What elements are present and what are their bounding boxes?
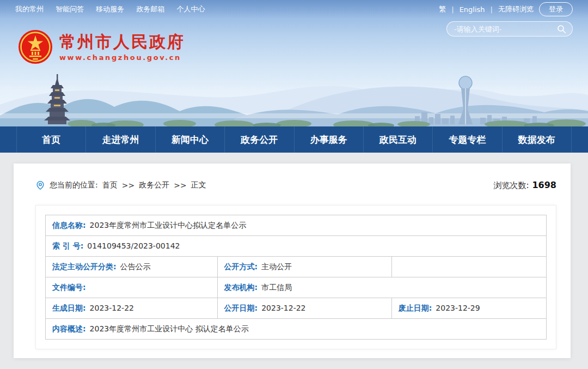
- table-row: 文件编号: 发布机构:市工信局: [46, 277, 547, 298]
- divider: |: [451, 5, 454, 14]
- banner-illustration: [0, 62, 588, 126]
- info-table-wrapper: 信息名称:2023年度常州市工业设计中心拟认定名单公示 索 引 号:014109…: [35, 205, 556, 349]
- divider: |: [491, 5, 493, 14]
- site-header: 我的常州 智能问答 移动服务 政务邮箱 个人中心 繁 | English | 无…: [0, 0, 588, 126]
- cell-classification: 法定主动公开分类:公告公示: [46, 257, 218, 277]
- breadcrumb-separator: >>: [122, 181, 134, 190]
- topbar-left-links: 我的常州 智能问答 移动服务 政务邮箱 个人中心: [15, 4, 215, 14]
- info-table: 信息名称:2023年度常州市工业设计中心拟认定名单公示 索 引 号:014109…: [45, 215, 547, 340]
- cell-create-date: 生成日期:2023-12-22: [46, 298, 218, 319]
- login-button[interactable]: 登录: [539, 2, 573, 16]
- cell-publish-date: 公开日期:2023-12-22: [217, 298, 391, 319]
- cell-expiry-date: 废止日期:2023-12-29: [391, 298, 546, 319]
- nav-interaction[interactable]: 政民互动: [363, 126, 432, 153]
- topbar: 我的常州 智能问答 移动服务 政务邮箱 个人中心 繁 | English | 无…: [0, 0, 588, 19]
- cell-info-name: 信息名称:2023年度常州市工业设计中心拟认定名单公示: [46, 215, 547, 236]
- view-count: 1698: [532, 180, 556, 190]
- breadcrumb-home[interactable]: 首页: [102, 180, 118, 190]
- topbar-link-personal-center[interactable]: 个人中心: [177, 5, 205, 13]
- cell-empty: [391, 257, 546, 277]
- cell-open-method: 公开方式:主动公开: [217, 257, 391, 277]
- topbar-link-gov-mail[interactable]: 政务邮箱: [136, 5, 164, 13]
- national-emblem-icon: [18, 29, 53, 64]
- page-content: 您当前的位置: 首页 >> 政务公开 >> 正文 浏览次数:1698 信息名称:…: [0, 153, 588, 358]
- table-row: 内容概述:2023年度常州市工业设计中心 拟认定名单公示: [46, 319, 547, 340]
- location-pin-icon: [35, 180, 45, 190]
- cell-summary: 内容概述:2023年度常州市工业设计中心 拟认定名单公示: [46, 319, 547, 340]
- view-counter-label: 浏览次数:: [493, 180, 529, 190]
- nav-gov-info[interactable]: 政务公开: [224, 126, 293, 153]
- site-title: 常州市人民政府: [59, 33, 185, 51]
- nav-about-changzhou[interactable]: 走进常州: [85, 126, 155, 153]
- topbar-link-my-changzhou[interactable]: 我的常州: [15, 5, 44, 13]
- breadcrumb-current: 正文: [191, 180, 206, 190]
- cell-file-number: 文件编号:: [46, 277, 218, 298]
- accessibility-link[interactable]: 无障碍浏览: [498, 4, 534, 14]
- search-icon[interactable]: [557, 25, 566, 34]
- lang-traditional-link[interactable]: 繁: [439, 4, 446, 14]
- main-navigation: 首页 走进常州 新闻中心 政务公开 办事服务 政民互动 专题专栏 数据发布: [0, 126, 588, 153]
- nav-services[interactable]: 办事服务: [294, 126, 363, 153]
- logo-text: 常州市人民政府 www.changzhou.gov.cn: [59, 33, 185, 62]
- breadcrumb-separator: >>: [174, 181, 186, 190]
- table-row: 信息名称:2023年度常州市工业设计中心拟认定名单公示: [46, 215, 547, 236]
- nav-special-topics[interactable]: 专题专栏: [432, 126, 501, 153]
- search-input[interactable]: [453, 25, 557, 34]
- topbar-link-mobile-services[interactable]: 移动服务: [96, 5, 124, 13]
- view-counter: 浏览次数:1698: [493, 180, 556, 191]
- search-box: [446, 21, 573, 37]
- search-area: [446, 21, 573, 37]
- cell-issuing-agency: 发布机构:市工信局: [217, 277, 546, 298]
- breadcrumb-row: 您当前的位置: 首页 >> 政务公开 >> 正文 浏览次数:1698: [35, 164, 556, 191]
- lang-english-link[interactable]: English: [460, 5, 485, 14]
- topbar-link-smart-qa[interactable]: 智能问答: [56, 5, 84, 13]
- site-url: www.changzhou.gov.cn: [59, 53, 185, 62]
- nav-home[interactable]: 首页: [16, 126, 85, 153]
- nav-data-release[interactable]: 数据发布: [502, 126, 572, 153]
- topbar-right-links: 繁 | English | 无障碍浏览 登录: [439, 2, 573, 16]
- table-row: 生成日期:2023-12-22 公开日期:2023-12-22 废止日期:202…: [46, 298, 547, 319]
- content-card: 您当前的位置: 首页 >> 政务公开 >> 正文 浏览次数:1698 信息名称:…: [14, 164, 571, 358]
- breadcrumb-prefix: 您当前的位置:: [50, 180, 98, 190]
- breadcrumb-gov-info[interactable]: 政务公开: [139, 180, 169, 190]
- table-row: 法定主动公开分类:公告公示 公开方式:主动公开: [46, 257, 547, 277]
- site-logo[interactable]: 常州市人民政府 www.changzhou.gov.cn: [18, 29, 185, 64]
- cell-index-number: 索 引 号:014109453/2023-00142: [46, 236, 547, 257]
- nav-news-center[interactable]: 新闻中心: [155, 126, 224, 153]
- breadcrumb: 您当前的位置: 首页 >> 政务公开 >> 正文: [35, 180, 206, 190]
- table-row: 索 引 号:014109453/2023-00142: [46, 236, 547, 257]
